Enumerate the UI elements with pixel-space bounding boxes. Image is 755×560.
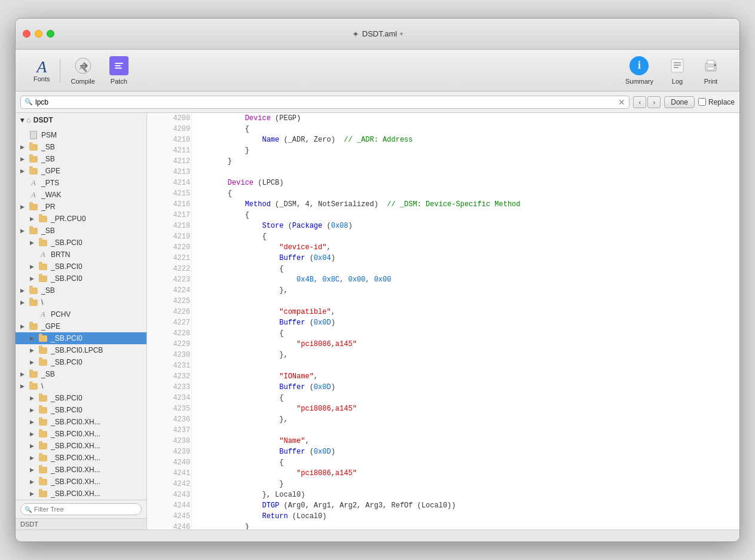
compile-button[interactable]: Compile: [64, 53, 102, 88]
search-prev-button[interactable]: ‹: [633, 96, 646, 108]
tree-item[interactable]: ▶_PR.CPU0: [16, 213, 146, 225]
tree-item[interactable]: APCHV: [16, 308, 146, 320]
statusbar-bottom: [16, 530, 739, 541]
text-icon: A: [29, 190, 38, 200]
folder-icon: [29, 322, 38, 331]
folder-icon: [29, 381, 38, 391]
code-line-row: 4212 }: [147, 156, 739, 167]
tree-item[interactable]: ▶_SB.PCI0: [16, 261, 146, 273]
tree-item[interactable]: ▶\: [16, 296, 146, 308]
sidebar-root[interactable]: ▾ ⌂ DSDT: [16, 113, 146, 127]
line-content: }: [192, 522, 739, 530]
tree-chevron: ▶: [30, 240, 38, 246]
svg-rect-8: [671, 59, 683, 72]
log-button[interactable]: Log: [661, 53, 694, 88]
tree-item[interactable]: ▶_SB: [16, 284, 146, 296]
tree-item[interactable]: ABRTN: [16, 249, 146, 261]
filter-input[interactable]: [20, 503, 142, 515]
tree-chevron: ▶: [30, 455, 38, 461]
sidebar-root-label: DSDT: [33, 116, 53, 124]
tree-item[interactable]: PSM: [16, 129, 146, 141]
tree-item[interactable]: ▶_SB.PCI0.XH...: [16, 440, 146, 452]
line-content: [192, 167, 739, 178]
search-clear-button[interactable]: ✕: [618, 97, 625, 107]
folder-icon: [38, 274, 48, 283]
folder-icon: [29, 202, 38, 212]
tree-item[interactable]: ▶_SB.PCI0.XH...: [16, 428, 146, 440]
tree-chevron: ▶: [30, 431, 38, 437]
filter-search-icon: 🔍: [25, 506, 32, 513]
tree-item[interactable]: ▶_SB.PCI0.XH...: [16, 452, 146, 464]
search-done-button[interactable]: Done: [664, 96, 695, 108]
code-line-row: 4223 0x4B, 0x8C, 0x00, 0x00: [147, 274, 739, 285]
search-nav: ‹ ›: [633, 96, 661, 108]
code-line-row: 4209 {: [147, 124, 739, 134]
folder-icon: [29, 154, 38, 164]
summary-button[interactable]: i Summary: [618, 53, 661, 88]
code-line-row: 4243 }, Local0): [147, 489, 739, 500]
tree-item[interactable]: A_WAK: [16, 189, 146, 201]
tree-chevron: ▶: [30, 276, 38, 281]
line-content: {: [192, 188, 739, 199]
line-number: 4208: [147, 113, 192, 124]
code-line-row: 4210 Name (_ADR, Zero) // _ADR: Address: [147, 134, 739, 145]
code-line-row: 4219 {: [147, 231, 739, 242]
tree-item[interactable]: ▶_SB.PCI0.XH...: [16, 476, 146, 488]
code-line-row: 4214 Device (LPCB): [147, 178, 739, 188]
print-icon: [701, 56, 720, 75]
tree-item[interactable]: ▶_SB.PCI0: [16, 237, 146, 249]
tree-chevron: ▶: [20, 371, 29, 377]
tree-item[interactable]: ▶_SB.PCI0: [16, 273, 146, 284]
line-number: 4226: [147, 307, 192, 317]
tree-item[interactable]: ▶_SB: [16, 153, 146, 165]
tree-item[interactable]: ▶_SB.PCI0.XH...: [16, 416, 146, 428]
tree-chevron: ▶: [20, 144, 29, 150]
line-number: 4220: [147, 242, 192, 253]
tree-item[interactable]: ▶_SB.PCI0.XH...: [16, 464, 146, 476]
line-number: 4219: [147, 231, 192, 242]
line-number: 4215: [147, 188, 192, 199]
tree-item[interactable]: ▶_GPE: [16, 320, 146, 332]
line-number: 4221: [147, 253, 192, 264]
patch-button[interactable]: Patch: [102, 53, 136, 88]
replace-checkbox[interactable]: [698, 98, 706, 106]
tree-item[interactable]: ▶_GPE: [16, 165, 146, 177]
line-content: }, Local0): [192, 489, 739, 500]
tree-item[interactable]: ▶_SB.PCI0: [16, 356, 146, 368]
search-next-button[interactable]: ›: [647, 96, 661, 108]
toolbar: A Fonts Compile: [16, 50, 739, 91]
close-button[interactable]: [23, 30, 30, 38]
maximize-button[interactable]: [47, 30, 54, 38]
tree-item-label: _SB: [41, 155, 55, 163]
tree-item[interactable]: ▶_SB: [16, 141, 146, 153]
tree-item[interactable]: ▶_SB: [16, 368, 146, 380]
folder-icon: [38, 405, 48, 415]
line-content: Method (_DSM, 4, NotSerialized) // _DSM:…: [192, 199, 739, 210]
line-content: Return (Local0): [192, 511, 739, 522]
sidebar-filter: 🔍: [16, 500, 146, 518]
tree-item[interactable]: ▶_SB.PCI0: [16, 404, 146, 416]
minimize-button[interactable]: [35, 30, 42, 38]
tree-item[interactable]: ▶_SB.PCI0: [16, 392, 146, 404]
line-number: 4239: [147, 446, 192, 457]
tree-item[interactable]: A_PTS: [16, 177, 146, 189]
line-number: 4240: [147, 457, 192, 468]
tree-item[interactable]: ▶_SB.PCI0.LPCB: [16, 344, 146, 356]
print-button[interactable]: Print: [694, 53, 728, 88]
fonts-button[interactable]: A Fonts: [27, 55, 56, 86]
tree-item[interactable]: ▶\: [16, 380, 146, 392]
folder-icon: [29, 166, 38, 176]
replace-label: Replace: [698, 98, 735, 106]
tree-item[interactable]: ▶_PR: [16, 201, 146, 213]
search-input[interactable]: [35, 98, 618, 106]
search-input-wrap: 🔍 ✕: [20, 96, 629, 109]
line-content: Buffer (0x0D): [192, 317, 739, 328]
svg-point-15: [714, 64, 716, 66]
line-number: 4216: [147, 199, 192, 210]
code-scroll[interactable]: 4208 Device (PEGP)4209 {4210 Name (_ADR,…: [147, 113, 739, 530]
tree-item[interactable]: ▶_SB.PCI0.XH...: [16, 488, 146, 500]
code-line-row: 4238 "Name",: [147, 436, 739, 446]
tree-item[interactable]: ▶_SB: [16, 225, 146, 237]
line-content: },: [192, 414, 739, 425]
tree-item[interactable]: ▶_SB.PCI0: [16, 332, 146, 344]
